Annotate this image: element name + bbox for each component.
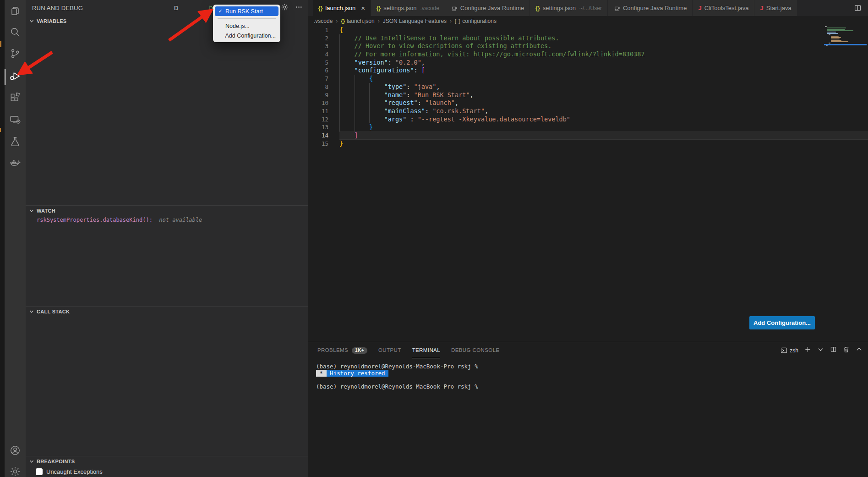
terminal-shell-selector[interactable]: zsh (781, 347, 798, 354)
code-line-5[interactable]: 5 "version": "0.2.0", (308, 59, 868, 67)
indent-guide (369, 83, 370, 91)
line-content: // For more information, visit: https://… (339, 50, 868, 59)
tab-settings-json[interactable]: {}settings.json.vscode (371, 0, 445, 16)
call-stack-section-label: CALL STACK (37, 309, 70, 314)
sidebar-title: RUN AND DEBUG (32, 5, 83, 11)
indent-guide (369, 99, 370, 107)
source-control-icon (9, 48, 21, 61)
activity-bar-item-run-and-debug[interactable] (5, 66, 26, 88)
panel-tab-problems[interactable]: PROBLEMS1K+ (317, 342, 367, 358)
indent-guide (339, 59, 340, 67)
tab-launch-json[interactable]: {}launch.json× (313, 0, 371, 16)
editor-tab-bar: {}launch.json×{}settings.json.vscodeConf… (308, 0, 868, 16)
line-content: "configurations": [ (339, 66, 868, 75)
indent-guide (339, 107, 340, 115)
indent-guide (339, 83, 340, 91)
vscode-window: RUN AND DEBUG D VARIABLES (0, 0, 868, 477)
panel-tab-debug-console[interactable]: DEBUG CONSOLE (451, 342, 500, 358)
menu-item-node-js-[interactable]: Node.js... (215, 21, 278, 31)
tab-path-suffix: ~/.../User (579, 5, 602, 11)
terminal-content[interactable]: (base) reynoldmorel@Reynolds-MacBook-Pro… (316, 363, 868, 390)
tab-configure-java-runtime[interactable]: Configure Java Runtime (445, 0, 530, 16)
terminal-icon (781, 347, 787, 354)
edge-artifact (0, 41, 1, 47)
tab-label: Configure Java Runtime (460, 5, 524, 11)
editor-group: {}launch.json×{}settings.json.vscodeConf… (308, 0, 868, 477)
line-content: } (339, 123, 868, 132)
breadcrumb-item-configurations[interactable]: [ ]configurations (455, 18, 497, 24)
code-editor[interactable]: 1{2 // Use IntelliSense to learn about p… (308, 26, 868, 148)
maximize-panel-chevron-icon[interactable] (856, 346, 863, 355)
code-line-13[interactable]: 13 } (308, 123, 868, 132)
config-dropdown-fragment[interactable]: D (174, 0, 178, 16)
kill-terminal-trash-icon[interactable] (843, 346, 850, 355)
code-line-1[interactable]: 1{ (308, 26, 868, 34)
code-line-7[interactable]: 7 { (308, 75, 868, 83)
breadcrumb-separator: › (336, 18, 338, 24)
activity-bar-item-source-control[interactable] (5, 44, 26, 65)
code-line-10[interactable]: 10 "request": "launch", (308, 99, 868, 107)
indent-guide (355, 99, 355, 107)
panel-tab-output[interactable]: OUTPUT (378, 342, 401, 358)
code-token: , (421, 59, 425, 66)
line-number: 6 (308, 66, 328, 75)
line-number: 13 (308, 123, 328, 132)
docker-icon (9, 157, 21, 171)
indent-guide (339, 91, 340, 99)
activity-bar-item-docker[interactable] (5, 154, 26, 175)
code-line-2[interactable]: 2 // Use IntelliSense to learn about pos… (308, 34, 868, 43)
tab-configure-java-runtime[interactable]: Configure Java Runtime (608, 0, 693, 16)
menu-item-add-configuration-[interactable]: Add Configuration... (215, 31, 278, 40)
code-line-11[interactable]: 11 "mainClass": "co.rsk.Start", (308, 107, 868, 115)
panel-tab-terminal[interactable]: TERMINAL (412, 342, 440, 358)
activity-bar-item-testing[interactable] (5, 132, 26, 153)
java-runtime-cup-icon (451, 5, 458, 11)
add-configuration-button[interactable]: Add Configuration... (749, 316, 815, 329)
checkmark-icon: ✓ (218, 8, 223, 14)
more-actions-icon[interactable] (295, 3, 303, 13)
code-line-15[interactable]: 15} (308, 140, 868, 148)
window-left-strip (0, 0, 5, 477)
breadcrumb-item-json-language-features[interactable]: JSON Language Features (383, 18, 447, 24)
configuration-menu: ✓Run RSK StartNode.js...Add Configuratio… (213, 5, 280, 42)
code-token: // Hover to view descriptions of existin… (339, 42, 551, 49)
menu-item-run-rsk-start[interactable]: ✓Run RSK Start (215, 6, 278, 16)
code-line-8[interactable]: 8 "type": "java", (308, 83, 868, 91)
tab-settings-json[interactable]: {}settings.json~/.../User (530, 0, 608, 16)
indent-guide (339, 123, 340, 132)
activity-bar-item-manage[interactable] (5, 462, 26, 477)
code-line-12[interactable]: 12 "args" : "--regtest -Xkeyvalue.dataso… (308, 115, 868, 124)
tab-clitoolstest-java[interactable]: JCliToolsTest.java (693, 0, 754, 16)
run-and-debug-sidebar: RUN AND DEBUG D VARIABLES (26, 0, 308, 477)
new-terminal-icon[interactable] (804, 346, 811, 355)
launch-profile-chevron-icon[interactable] (817, 346, 824, 355)
activity-bar-item-explorer[interactable] (5, 1, 26, 22)
minimap[interactable] (824, 26, 867, 47)
code-line-14[interactable]: 14 ] (308, 132, 868, 140)
watch-section-header[interactable]: WATCH (26, 206, 308, 216)
activity-bar-item-search[interactable] (5, 22, 26, 44)
split-editor-icon[interactable] (847, 0, 868, 16)
call-stack-section-header[interactable]: CALL STACK (26, 307, 308, 317)
uncaught-exceptions-label: Uncaught Exceptions (46, 468, 103, 475)
breadcrumb-item-launch-json[interactable]: {}launch.json (341, 18, 374, 24)
uncaught-exceptions-checkbox[interactable] (36, 468, 43, 475)
code-line-3[interactable]: 3 // Hover to view descriptions of exist… (308, 42, 868, 50)
activity-bar-item-accounts[interactable] (5, 441, 26, 462)
code-line-6[interactable]: 6 "configurations": [ (308, 66, 868, 75)
tab-label: Start.java (766, 5, 792, 11)
breadcrumb-item--vscode[interactable]: .vscode (314, 18, 333, 24)
watch-expression-row[interactable]: rskSystemProperties.databaseKind(): not … (26, 216, 308, 223)
code-link[interactable]: https://go.microsoft.com/fwlink/?linkid=… (474, 50, 645, 58)
code-line-9[interactable]: 9 "name": "Run RSK Start", (308, 91, 868, 99)
split-terminal-icon[interactable] (830, 346, 837, 355)
close-icon[interactable]: × (361, 5, 365, 11)
code-line-4[interactable]: 4 // For more information, visit: https:… (308, 50, 868, 59)
tab-start-java[interactable]: JStart.java (754, 0, 797, 16)
line-number: 3 (308, 42, 328, 50)
activity-bar-item-remote-explorer[interactable] (5, 110, 26, 131)
chevron-down-icon (29, 19, 34, 23)
debug-settings-gear-icon[interactable] (281, 3, 289, 13)
breakpoints-section-header[interactable]: BREAKPOINTS (26, 456, 308, 466)
activity-bar-item-extensions[interactable] (5, 88, 26, 109)
